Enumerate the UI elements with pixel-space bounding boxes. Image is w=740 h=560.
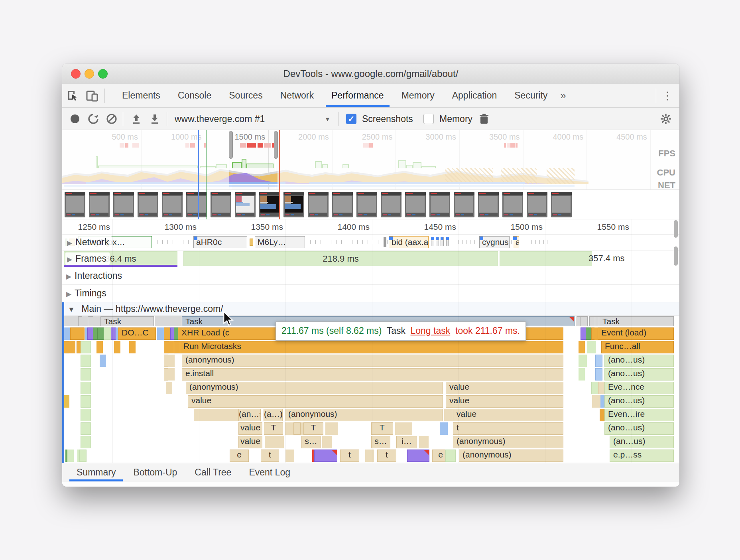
- flame-sliver[interactable]: [445, 450, 456, 462]
- flame-sliver[interactable]: [288, 450, 294, 462]
- filmstrip-thumb[interactable]: [454, 192, 474, 217]
- filmstrip-thumb[interactable]: [65, 192, 85, 217]
- tab-performance[interactable]: Performance: [323, 84, 393, 107]
- flame-event[interactable]: (anonymous): [182, 355, 563, 367]
- flame-sliver[interactable]: [81, 341, 91, 353]
- flame-event[interactable]: i…: [396, 436, 417, 448]
- filmstrip-thumb[interactable]: [429, 192, 450, 217]
- flame-event[interactable]: value: [238, 422, 262, 435]
- bottom-tab-summary[interactable]: Summary: [68, 463, 124, 481]
- flame-sliver[interactable]: [81, 436, 91, 448]
- flame-event[interactable]: value: [446, 382, 563, 394]
- memory-checkbox[interactable]: [423, 114, 434, 124]
- flame-event[interactable]: (ano…us): [604, 422, 674, 435]
- filmstrip-thumb[interactable]: [405, 192, 426, 217]
- tab-console[interactable]: Console: [169, 84, 220, 107]
- flame-event[interactable]: value: [446, 395, 563, 408]
- clear-icon[interactable]: [104, 112, 119, 126]
- flame-sliver[interactable]: [293, 422, 301, 435]
- selection-handle-left[interactable]: [229, 131, 233, 159]
- flame-sliver[interactable]: [314, 450, 337, 462]
- flame-sliver[interactable]: [590, 341, 596, 353]
- flame-event[interactable]: (ano…us): [604, 355, 674, 367]
- flame-event[interactable]: (anonymous): [453, 436, 563, 448]
- flame-sliver[interactable]: [69, 341, 75, 353]
- timings-track-toggle[interactable]: ▶Timings: [66, 288, 106, 299]
- flame-event[interactable]: value: [188, 395, 443, 408]
- timeline-overview[interactable]: 500 ms1000 ms1500 ms2000 ms2500 ms3000 m…: [62, 130, 679, 190]
- flame-sliver[interactable]: [168, 368, 175, 381]
- load-profile-icon[interactable]: [129, 112, 144, 126]
- tab-overflow-chevron-icon[interactable]: »: [556, 84, 570, 107]
- flame-event[interactable]: t: [453, 422, 563, 435]
- network-mini-request[interactable]: [446, 237, 449, 246]
- flame-sliver[interactable]: [581, 355, 587, 367]
- filmstrip-thumb[interactable]: [308, 192, 329, 217]
- flame-sliver[interactable]: [81, 382, 91, 394]
- filmstrip-thumb[interactable]: [113, 192, 134, 217]
- flame-event[interactable]: s…: [301, 436, 321, 448]
- network-request[interactable]: a: [513, 236, 519, 248]
- frame-duration-band[interactable]: [500, 251, 592, 266]
- network-request[interactable]: bid (aax.ar: [389, 236, 429, 248]
- flame-event[interactable]: Event (load): [598, 327, 674, 340]
- interactions-track-toggle[interactable]: ▶Interactions: [66, 270, 122, 281]
- network-request[interactable]: M6Ly…: [255, 236, 305, 248]
- reload-and-profile-icon[interactable]: [86, 112, 100, 126]
- gear-icon[interactable]: [659, 112, 673, 126]
- filmstrip-thumb[interactable]: [89, 192, 110, 217]
- flame-event[interactable]: (an…s): [238, 409, 261, 421]
- tab-network[interactable]: Network: [272, 84, 323, 107]
- flame-sliver[interactable]: [595, 355, 602, 367]
- flame-sliver[interactable]: [96, 341, 103, 353]
- frame-duration-band[interactable]: 218.9 ms: [183, 251, 498, 266]
- flame-sliver[interactable]: [579, 368, 585, 381]
- flame-sliver[interactable]: [581, 316, 588, 326]
- flame-event[interactable]: Eve…nce: [604, 382, 674, 394]
- profile-select[interactable]: www.theverge.com #1: [175, 108, 265, 130]
- flame-event[interactable]: t: [377, 450, 396, 462]
- flame-sliver[interactable]: [368, 450, 374, 462]
- flame-sliver[interactable]: [70, 327, 85, 340]
- selection-handle-right[interactable]: [274, 131, 278, 159]
- flame-sliver[interactable]: [579, 341, 585, 353]
- filmstrip-thumb[interactable]: [211, 192, 231, 217]
- flame-sliver[interactable]: [100, 355, 106, 367]
- flame-event[interactable]: s…: [371, 436, 390, 448]
- flame-sliver[interactable]: [81, 368, 91, 381]
- filmstrip-thumb[interactable]: [551, 192, 572, 217]
- frames-track-toggle[interactable]: ▶Frames: [65, 252, 110, 265]
- flame-sliver[interactable]: [591, 382, 598, 394]
- flame-event[interactable]: e: [230, 450, 249, 462]
- network-track-toggle[interactable]: ▶Network: [65, 236, 112, 248]
- flame-event[interactable]: T: [371, 422, 393, 435]
- flame-sliver[interactable]: [278, 436, 284, 448]
- record-button[interactable]: [68, 112, 82, 126]
- flame-sliver[interactable]: [325, 436, 332, 448]
- filmstrip-thumb[interactable]: [162, 192, 183, 217]
- flame-sliver[interactable]: [406, 422, 412, 435]
- more-options-icon[interactable]: ⋮: [661, 89, 674, 103]
- flame-event[interactable]: (anonymous): [459, 450, 563, 462]
- save-profile-icon[interactable]: [148, 112, 162, 126]
- flame-sliver[interactable]: [114, 341, 120, 353]
- flame-event[interactable]: Even…ire: [604, 409, 674, 421]
- main-thread-header[interactable]: ▼ Main — https://www.theverge.com/: [62, 302, 679, 316]
- flame-sliver[interactable]: [407, 450, 429, 462]
- network-mini-request[interactable]: [441, 237, 444, 246]
- flame-event[interactable]: (ano…us): [604, 368, 674, 381]
- flame-sliver[interactable]: [441, 422, 448, 435]
- tab-sources[interactable]: Sources: [220, 84, 271, 107]
- flame-sliver[interactable]: [79, 450, 87, 462]
- filmstrip-thumb[interactable]: [478, 192, 499, 217]
- screenshots-label[interactable]: Screenshots: [362, 108, 413, 130]
- flame-event[interactable]: e.p…ss: [610, 450, 674, 462]
- network-mini-request[interactable]: [436, 237, 439, 246]
- filmstrip-thumb[interactable]: [356, 192, 377, 217]
- flame-sliver[interactable]: [168, 355, 175, 367]
- network-request[interactable]: cygnus: [479, 236, 510, 248]
- flame-event[interactable]: Task: [599, 316, 674, 326]
- filmstrip-thumb[interactable]: [235, 192, 256, 217]
- network-mini-request[interactable]: [431, 237, 434, 246]
- flame-sliver[interactable]: [81, 395, 91, 408]
